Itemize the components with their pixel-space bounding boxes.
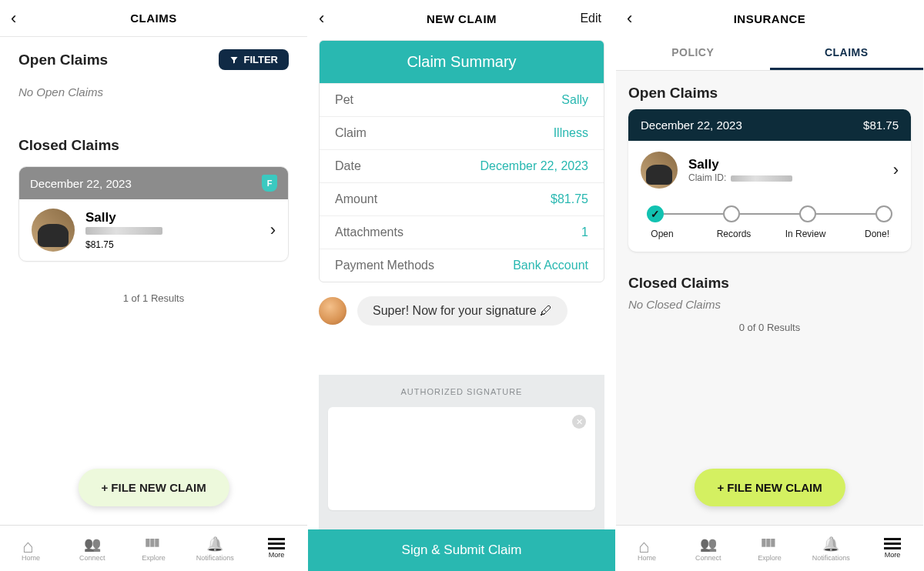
pet-name: Sally	[85, 210, 259, 225]
results-count: 0 of 0 Results	[628, 322, 911, 333]
file-new-claim-button[interactable]: + FILE NEW CLAIM	[694, 469, 845, 506]
tab-notifications[interactable]: Notifications	[184, 526, 246, 571]
no-closed-claims: No Closed Claims	[628, 298, 911, 311]
claim-date: December 22, 2023	[641, 119, 742, 132]
summary-row-date: Date December 22, 2023	[320, 149, 604, 182]
summary-row-amount: Amount $81.75	[320, 182, 604, 215]
progress-label-in-review: In Review	[782, 229, 829, 239]
chevron-right-icon: ›	[270, 220, 276, 240]
progress-label-done: Done!	[854, 229, 900, 239]
page-title: CLAIMS	[130, 12, 177, 25]
tab-connect[interactable]: Connect	[678, 526, 739, 571]
redacted-claim-id	[731, 175, 792, 182]
claim-amount: $81.75	[863, 119, 899, 132]
open-claim-card[interactable]: December 22, 2023 $81.75 Sally Claim ID:…	[628, 109, 911, 252]
more-icon	[884, 538, 901, 549]
claim-summary-card: Claim Summary Pet Sally Claim Illness Da…	[319, 40, 604, 282]
no-open-claims: No Open Claims	[18, 85, 289, 99]
tab-notifications[interactable]: Notifications	[800, 526, 862, 571]
header: ‹ CLAIMS	[0, 0, 307, 37]
back-icon[interactable]: ‹	[11, 8, 16, 28]
sign-submit-button[interactable]: Sign & Submit Claim	[308, 529, 615, 571]
tab-home[interactable]: Home	[616, 526, 678, 571]
back-icon[interactable]: ‹	[319, 8, 324, 28]
summary-row-claim: Claim Illness	[320, 116, 604, 149]
progress-label-records: Records	[711, 229, 757, 239]
assistant-message-row: Super! Now for your signature 🖊	[319, 296, 604, 326]
progress-node-records	[723, 205, 740, 222]
pet-avatar	[32, 209, 75, 252]
pet-name: Sally	[688, 157, 882, 172]
screen-new-claim: ‹ NEW CLAIM Edit Claim Summary Pet Sally…	[308, 0, 616, 571]
tab-explore[interactable]: Explore	[739, 526, 801, 571]
tab-home[interactable]: Home	[0, 526, 62, 571]
tab-more[interactable]: More	[862, 526, 923, 571]
tab-bar: Home Connect Explore Notifications More	[616, 525, 923, 571]
open-claims-heading: Open Claims	[628, 85, 911, 102]
policy-claims-tabs: POLICY CLAIMS	[616, 37, 923, 71]
closed-claim-card[interactable]: December 22, 2023 Sally $81.75 ›	[18, 166, 289, 262]
claim-id-label: Claim ID:	[688, 172, 726, 183]
signature-title: AUTHORIZED SIGNATURE	[328, 387, 595, 396]
pet-avatar	[641, 152, 678, 189]
progress-node-in-review	[799, 205, 816, 222]
results-count: 1 of 1 Results	[18, 292, 289, 304]
home-icon	[638, 536, 655, 553]
chevron-right-icon: ›	[893, 160, 899, 180]
edit-button[interactable]: Edit	[580, 12, 601, 25]
shield-icon	[262, 175, 277, 192]
clear-signature-icon[interactable]: ✕	[572, 415, 586, 429]
assistant-bubble: Super! Now for your signature 🖊	[357, 296, 567, 326]
screen-claims: ‹ CLAIMS Open Claims FILTER No Open Clai…	[0, 0, 308, 571]
more-icon	[268, 538, 285, 549]
summary-row-attachments: Attachments 1	[320, 215, 604, 249]
explore-icon	[761, 536, 778, 553]
claim-progress: ✓	[628, 199, 911, 225]
notifications-icon	[206, 536, 223, 553]
claim-date: December 22, 2023	[30, 177, 132, 190]
progress-node-done	[875, 205, 892, 222]
open-claims-heading: Open Claims	[18, 52, 108, 68]
back-icon[interactable]: ‹	[627, 8, 632, 28]
filter-icon	[229, 55, 239, 65]
tab-policy[interactable]: POLICY	[616, 37, 770, 70]
summary-heading: Claim Summary	[320, 41, 604, 83]
connect-icon	[700, 536, 717, 553]
page-title: NEW CLAIM	[427, 12, 497, 25]
closed-claims-heading: Closed Claims	[628, 275, 911, 292]
claim-amount: $81.75	[85, 239, 259, 250]
progress-node-open: ✓	[647, 205, 664, 222]
assistant-avatar	[319, 297, 346, 325]
home-icon	[22, 536, 39, 553]
file-new-claim-button[interactable]: + FILE NEW CLAIM	[78, 469, 229, 506]
page-title: INSURANCE	[734, 12, 806, 25]
redacted-line	[85, 227, 162, 235]
progress-label-open: Open	[639, 229, 685, 239]
tab-bar: Home Connect Explore Notifications More	[0, 525, 307, 571]
summary-row-pet: Pet Sally	[320, 83, 604, 116]
notifications-icon	[822, 536, 839, 553]
closed-claims-heading: Closed Claims	[18, 137, 289, 154]
connect-icon	[84, 536, 101, 553]
tab-claims[interactable]: CLAIMS	[770, 37, 924, 70]
explore-icon	[145, 536, 162, 553]
signature-input[interactable]: ✕	[328, 407, 595, 510]
tab-connect[interactable]: Connect	[62, 526, 123, 571]
tab-more[interactable]: More	[246, 526, 307, 571]
filter-button[interactable]: FILTER	[219, 49, 289, 70]
header: ‹ INSURANCE	[616, 0, 923, 37]
header: ‹ NEW CLAIM Edit	[308, 0, 615, 37]
screen-insurance: ‹ INSURANCE POLICY CLAIMS Open Claims De…	[616, 0, 924, 571]
summary-row-payment: Payment Methods Bank Account	[320, 249, 604, 282]
tab-explore[interactable]: Explore	[123, 526, 185, 571]
